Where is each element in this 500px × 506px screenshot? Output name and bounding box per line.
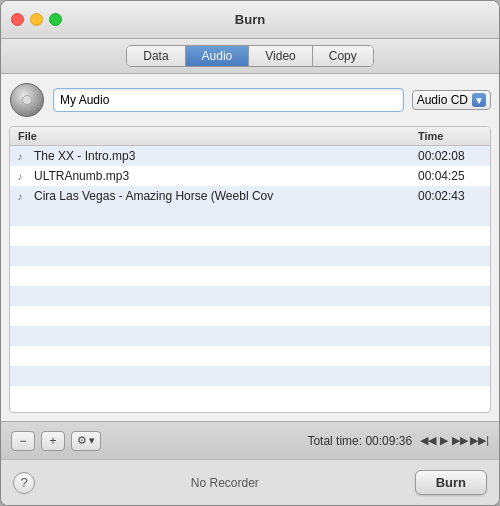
- file-name: The XX - Intro.mp3: [30, 149, 410, 163]
- cd-disc: [10, 83, 44, 117]
- name-row: Audio CD ▼: [9, 82, 491, 118]
- file-table: File Time ♪ The XX - Intro.mp3 00:02:08 …: [9, 126, 491, 413]
- fast-forward-button[interactable]: ▶▶: [452, 434, 468, 447]
- table-row[interactable]: ♪ The XX - Intro.mp3 00:02:08: [10, 146, 490, 166]
- empty-row: [10, 266, 490, 286]
- column-header-file: File: [10, 130, 410, 142]
- tab-group: Data Audio Video Copy: [126, 45, 374, 67]
- total-time-display: Total time: 00:09:36 ◀◀ ▶ ▶▶ ▶▶|: [107, 434, 489, 448]
- tab-audio[interactable]: Audio: [186, 46, 250, 66]
- recorder-status: No Recorder: [35, 476, 415, 490]
- add-button[interactable]: +: [41, 431, 65, 451]
- tab-video[interactable]: Video: [249, 46, 312, 66]
- file-time: 00:04:25: [410, 169, 490, 183]
- music-icon: ♪: [10, 151, 30, 162]
- statusbar: ? No Recorder Burn: [1, 459, 499, 505]
- tab-copy[interactable]: Copy: [313, 46, 373, 66]
- chevron-down-icon: ▾: [89, 434, 95, 447]
- table-row[interactable]: ♪ ULTRAnumb.mp3 00:04:25: [10, 166, 490, 186]
- traffic-lights: [11, 13, 62, 26]
- empty-row: [10, 366, 490, 386]
- window-title: Burn: [235, 12, 265, 27]
- empty-rows: [10, 206, 490, 406]
- disc-type-label: Audio CD: [417, 93, 468, 107]
- music-icon: ♪: [10, 171, 30, 182]
- titlebar: Burn: [1, 1, 499, 39]
- remove-button[interactable]: −: [11, 431, 35, 451]
- transport-controls: ◀◀ ▶ ▶▶ ▶▶|: [420, 434, 489, 447]
- end-button[interactable]: ▶▶|: [470, 434, 489, 447]
- table-row[interactable]: ♪ Cira Las Vegas - Amazing Horse (Weebl …: [10, 186, 490, 206]
- total-time-label: Total time: 00:09:36: [307, 434, 412, 448]
- file-name: ULTRAnumb.mp3: [30, 169, 410, 183]
- main-content: Audio CD ▼ File Time ♪ The XX - Intro.mp…: [1, 74, 499, 421]
- empty-row: [10, 326, 490, 346]
- close-button[interactable]: [11, 13, 24, 26]
- bottom-toolbar: − + ⚙ ▾ Total time: 00:09:36 ◀◀ ▶ ▶▶ ▶▶|: [1, 421, 499, 459]
- tab-toolbar: Data Audio Video Copy: [1, 39, 499, 74]
- disc-type-select[interactable]: Audio CD ▼: [412, 90, 491, 110]
- burn-button[interactable]: Burn: [415, 470, 487, 495]
- empty-row: [10, 386, 490, 406]
- main-window: Burn Data Audio Video Copy Audio CD ▼ Fi…: [0, 0, 500, 506]
- column-header-time: Time: [410, 130, 490, 142]
- table-header: File Time: [10, 127, 490, 146]
- file-time: 00:02:43: [410, 189, 490, 203]
- music-icon: ♪: [10, 191, 30, 202]
- file-name: Cira Las Vegas - Amazing Horse (Weebl Co…: [30, 189, 410, 203]
- empty-row: [10, 306, 490, 326]
- tab-data[interactable]: Data: [127, 46, 185, 66]
- empty-row: [10, 346, 490, 366]
- disc-type-arrow: ▼: [472, 93, 486, 107]
- rewind-button[interactable]: ◀◀: [420, 434, 436, 447]
- help-button[interactable]: ?: [13, 472, 35, 494]
- cd-icon: [9, 82, 45, 118]
- empty-row: [10, 286, 490, 306]
- gear-icon: ⚙: [77, 434, 87, 447]
- file-time: 00:02:08: [410, 149, 490, 163]
- empty-row: [10, 226, 490, 246]
- play-button[interactable]: ▶: [440, 434, 448, 447]
- disc-name-input[interactable]: [53, 88, 404, 112]
- settings-button[interactable]: ⚙ ▾: [71, 431, 101, 451]
- minimize-button[interactable]: [30, 13, 43, 26]
- empty-row: [10, 246, 490, 266]
- maximize-button[interactable]: [49, 13, 62, 26]
- empty-row: [10, 206, 490, 226]
- table-body: ♪ The XX - Intro.mp3 00:02:08 ♪ ULTRAnum…: [10, 146, 490, 412]
